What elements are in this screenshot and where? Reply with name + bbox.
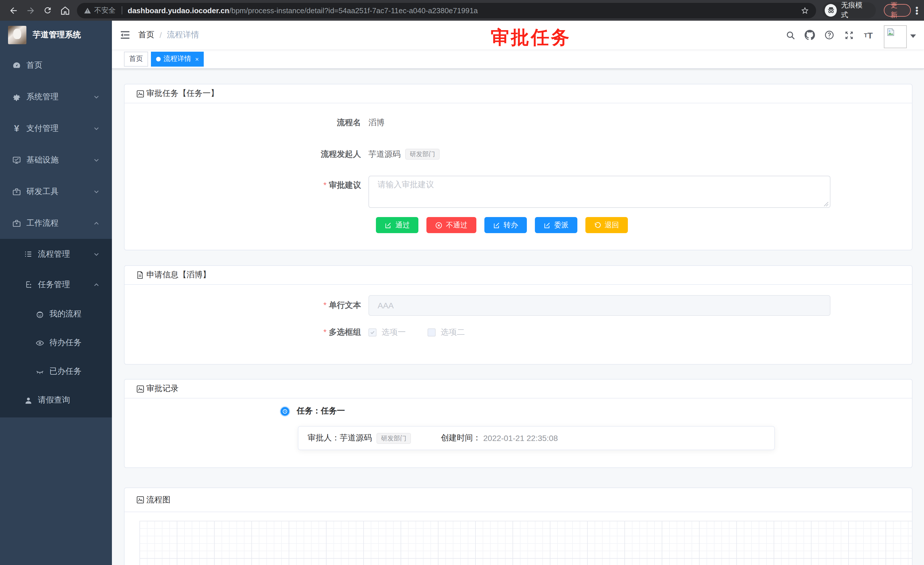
document-icon <box>136 271 145 279</box>
chevron-down-icon <box>93 94 99 100</box>
browser-forward-button[interactable] <box>23 3 38 18</box>
chevron-up-icon <box>93 220 99 226</box>
sidebar-item-infrastructure[interactable]: 基础设施 <box>0 144 112 176</box>
briefcase-icon <box>12 218 21 228</box>
reload-icon <box>43 6 52 15</box>
tag-process-detail[interactable]: 流程详情 × <box>151 51 204 66</box>
process-name-value: 滔博 <box>369 118 384 128</box>
font-size-icon[interactable]: TT <box>859 21 878 50</box>
sidebar-item-workflow[interactable]: 工作流程 <box>0 207 112 239</box>
sidebar-item-process-management[interactable]: 流程管理 <box>0 239 112 269</box>
incognito-icon <box>825 4 837 17</box>
process-diagram-card: 流程图 <box>124 487 912 565</box>
sidebar-toggle-button[interactable] <box>112 21 138 50</box>
approval-task-card: 审批任务【任务一】 流程名 滔博 流程发起人 芋道源码 研发部门 <box>124 84 912 250</box>
chevron-down-icon <box>93 251 99 257</box>
checkbox-label: 选项二 <box>441 327 465 338</box>
single-line-text-input[interactable] <box>369 295 831 316</box>
sidebar-item-label: 支付管理 <box>26 123 58 134</box>
bpmn-canvas[interactable] <box>140 521 912 565</box>
clock-icon <box>280 407 289 415</box>
app-title: 芋道管理系统 <box>33 30 81 40</box>
approval-actions: 通过 不通过 转办 委 <box>376 217 900 233</box>
card-title: 流程图 <box>146 495 171 505</box>
tags-view: 首页 流程详情 × <box>112 50 924 69</box>
avatar[interactable] <box>884 25 907 48</box>
screen: 不安全 dashboard.yudao.iocoder.cn/bpm/proce… <box>0 0 924 565</box>
approval-card-header: 审批任务【任务一】 <box>124 84 912 103</box>
bookmark-star-icon[interactable] <box>801 6 809 15</box>
delegate-button[interactable]: 委派 <box>535 217 577 233</box>
sidebar-item-label: 请假查询 <box>38 395 70 406</box>
fullscreen-icon[interactable] <box>839 21 859 50</box>
checkbox-group: 选项一 选项二 <box>369 327 487 338</box>
url-divider <box>122 6 122 14</box>
sidebar-item-leave-query[interactable]: 请假查询 <box>0 386 112 415</box>
initiator-value: 芋道源码 研发部门 <box>369 149 440 159</box>
edit-icon <box>493 221 500 229</box>
record-card-header: 审批记录 <box>124 380 912 398</box>
picture-outline-icon <box>136 385 145 393</box>
browser-menu-button[interactable]: ••• <box>915 6 918 15</box>
edit-icon <box>384 221 392 229</box>
help-icon[interactable] <box>819 21 839 50</box>
text-field-row: *单行文本 <box>136 295 900 316</box>
sidebar-item-dev-tools[interactable]: 研发工具 <box>0 176 112 207</box>
security-status[interactable]: 不安全 <box>84 6 116 15</box>
browser-update-button[interactable]: 更新 <box>884 4 911 17</box>
url-path: /bpm/process-instance/detail?id=54aa251f… <box>229 6 478 15</box>
sidebar-item-done-tasks[interactable]: 已办任务 <box>0 357 112 386</box>
sidebar-item-payment[interactable]: ¥ 支付管理 <box>0 113 112 144</box>
search-icon[interactable] <box>780 21 800 50</box>
initiator-dept-tag: 研发部门 <box>405 149 440 159</box>
process-name-label: 流程名 <box>136 118 369 128</box>
eye-open-icon <box>35 338 44 347</box>
navbar-tools: TT <box>780 21 924 50</box>
suggestion-row: *审批建议 <box>136 176 900 210</box>
sidebar-item-my-process[interactable]: 我的流程 <box>0 300 112 328</box>
sidebar-item-label: 研发工具 <box>26 186 58 197</box>
browser-reload-button[interactable] <box>40 3 55 18</box>
warning-triangle-icon <box>84 7 91 14</box>
incognito-badge: 无痕模式 <box>822 2 876 18</box>
url-host: dashboard.yudao.iocoder.cn <box>128 6 229 15</box>
approve-button[interactable]: 通过 <box>376 217 418 233</box>
github-icon[interactable] <box>800 21 819 50</box>
tag-home[interactable]: 首页 <box>124 51 148 66</box>
sidebar-item-todo-tasks[interactable]: 待办任务 <box>0 328 112 357</box>
checkbox-option-1[interactable]: 选项一 <box>369 327 406 338</box>
browser-back-button[interactable] <box>6 3 21 18</box>
approver-value: 芋道源码 <box>340 433 372 443</box>
resize-grip-icon[interactable] <box>824 201 829 207</box>
sidebar-item-label: 我的流程 <box>50 309 81 319</box>
security-label: 不安全 <box>94 6 116 15</box>
avatar-caret-icon[interactable] <box>910 35 916 38</box>
approver-dept-tag: 研发部门 <box>376 433 411 443</box>
sidebar-item-task-management[interactable]: 任务管理 <box>0 269 112 300</box>
sidebar-item-system[interactable]: 系统管理 <box>0 81 112 113</box>
sidebar-item-label: 流程管理 <box>38 249 70 259</box>
checkbox-option-2[interactable]: 选项二 <box>428 327 465 338</box>
checkbox-group-row: *多选框组 选项一 选项二 <box>136 327 900 338</box>
logo-avatar <box>8 26 26 44</box>
sidebar-logo[interactable]: 芋道管理系统 <box>0 21 112 50</box>
list-icon <box>24 249 33 258</box>
hamburger-icon <box>120 30 130 40</box>
transfer-button[interactable]: 转办 <box>484 217 526 233</box>
return-button[interactable]: 退回 <box>585 217 628 233</box>
address-bar[interactable]: 不安全 dashboard.yudao.iocoder.cn/bpm/proce… <box>77 3 816 18</box>
tag-close-icon[interactable]: × <box>195 56 199 62</box>
required-mark: * <box>323 300 327 310</box>
broken-image-icon <box>886 27 895 37</box>
app-navbar: 首页 / 流程详情 审批任务 <box>112 21 924 50</box>
reject-button[interactable]: 不通过 <box>426 217 476 233</box>
suggestion-textarea[interactable] <box>369 176 831 208</box>
monitor-icon <box>12 155 21 164</box>
browser-home-button[interactable] <box>57 3 72 18</box>
created-time-label: 创建时间： <box>441 433 481 443</box>
approver-label: 审批人： <box>308 433 340 443</box>
application-info-card: 申请信息【滔博】 *单行文本 *多选框组 <box>124 265 912 365</box>
sidebar-item-home[interactable]: 首页 <box>0 50 112 81</box>
breadcrumb-home-link[interactable]: 首页 <box>138 30 154 40</box>
yen-icon: ¥ <box>12 124 21 133</box>
